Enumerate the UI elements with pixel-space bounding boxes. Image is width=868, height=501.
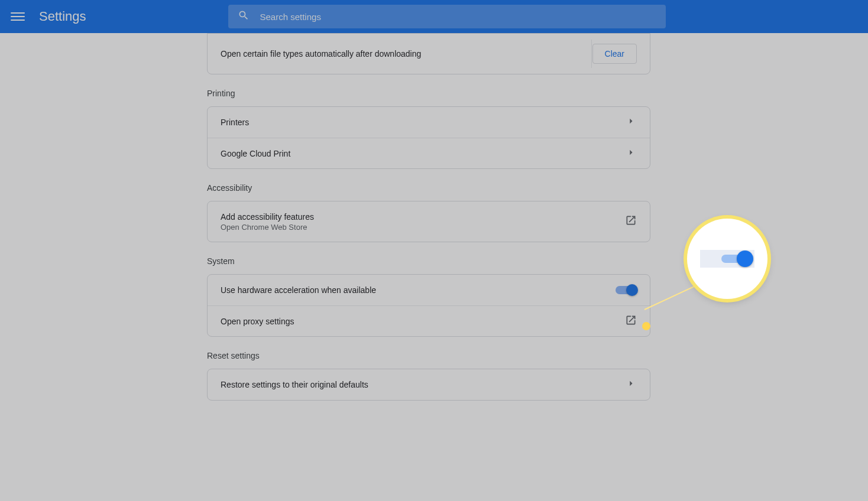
chevron-right-icon: [625, 147, 637, 161]
search-input[interactable]: [260, 12, 656, 22]
hw-accel-toggle[interactable]: [616, 286, 637, 294]
add-accessibility-sub: Open Chrome Web Store: [221, 223, 625, 232]
menu-icon[interactable]: [11, 9, 25, 24]
hw-accel-label: Use hardware acceleration when available: [221, 285, 616, 295]
printers-label: Printers: [221, 118, 625, 127]
add-accessibility-row[interactable]: Add accessibility features Open Chrome W…: [208, 201, 650, 242]
proxy-label: Open proxy settings: [221, 317, 625, 326]
open-file-types-row: Open certain file types automatically af…: [208, 34, 650, 74]
cloud-print-row[interactable]: Google Cloud Print: [208, 138, 650, 168]
open-external-icon: [625, 214, 637, 229]
reset-card: Restore settings to their original defau…: [207, 369, 650, 401]
downloads-card: Open certain file types automatically af…: [207, 33, 650, 74]
system-title: System: [207, 256, 650, 266]
search-box[interactable]: [228, 5, 666, 28]
system-card: Use hardware acceleration when available…: [207, 274, 650, 337]
restore-row[interactable]: Restore settings to their original defau…: [208, 369, 650, 400]
cloud-print-label: Google Cloud Print: [221, 149, 625, 158]
add-accessibility-label: Add accessibility features: [221, 212, 625, 222]
content-area: Open certain file types automatically af…: [0, 0, 868, 415]
top-header: Settings: [0, 0, 868, 33]
callout-toggle: [721, 255, 751, 263]
printing-card: Printers Google Cloud Print: [207, 106, 650, 169]
hw-accel-row: Use hardware acceleration when available: [208, 275, 650, 305]
callout-spotlight: [687, 219, 767, 299]
reset-title: Reset settings: [207, 351, 650, 360]
proxy-row[interactable]: Open proxy settings: [208, 305, 650, 336]
callout-dot: [642, 322, 650, 330]
chevron-right-icon: [625, 378, 637, 392]
accessibility-card: Add accessibility features Open Chrome W…: [207, 201, 650, 242]
open-external-icon: [625, 314, 637, 328]
printing-title: Printing: [207, 89, 650, 98]
accessibility-title: Accessibility: [207, 183, 650, 193]
search-icon: [238, 9, 260, 24]
chevron-right-icon: [625, 115, 637, 129]
app-title: Settings: [39, 9, 86, 24]
open-file-types-label: Open certain file types automatically af…: [221, 49, 592, 58]
printers-row[interactable]: Printers: [208, 107, 650, 138]
restore-label: Restore settings to their original defau…: [221, 380, 625, 389]
clear-button[interactable]: Clear: [592, 44, 637, 64]
callout-row: [700, 250, 754, 268]
